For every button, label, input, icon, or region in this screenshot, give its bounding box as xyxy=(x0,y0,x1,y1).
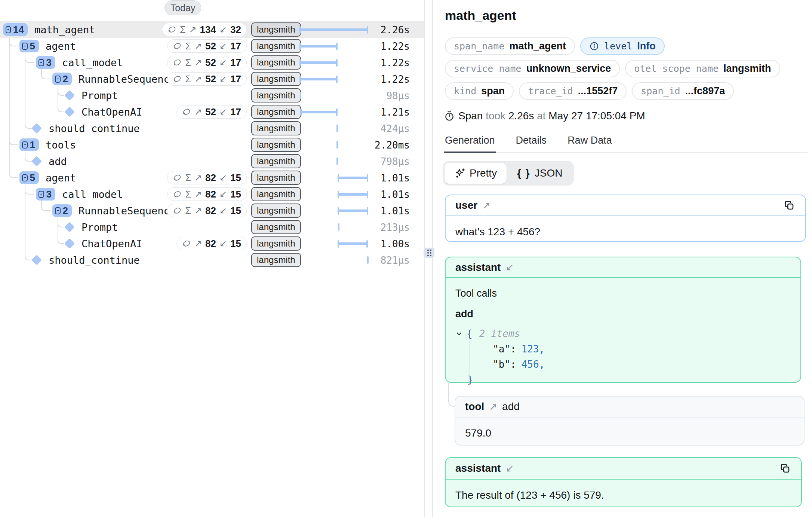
run-diamond-icon xyxy=(64,107,75,117)
run-diamond-icon xyxy=(31,123,42,134)
output-arrow-icon: ↙ xyxy=(219,172,227,183)
pill-value: span xyxy=(481,85,505,97)
output-arrow-icon: ↙ xyxy=(219,74,227,84)
collapse-badge[interactable]: 14 xyxy=(3,23,28,36)
child-count: 1 xyxy=(30,139,35,151)
collapse-badge[interactable]: 5 xyxy=(19,171,39,184)
duration-text: 2.20ms xyxy=(375,140,410,151)
incoming-arrow-icon: ↙ xyxy=(505,463,514,474)
tree-row[interactable]: 3call_modelΣ↗52↙17langsmith1.22s xyxy=(0,54,425,71)
input-tokens: 82 xyxy=(205,189,216,200)
pill-span_name: span_namemath_agent xyxy=(445,37,575,55)
assistant-message-card: assistant ↙ The result of (123 + 456) is… xyxy=(445,457,802,507)
open-brace: { xyxy=(467,328,473,339)
collapse-minus-icon xyxy=(39,59,44,66)
duration-text: 1.00s xyxy=(381,238,410,250)
collapse-badge[interactable]: 3 xyxy=(36,56,55,69)
tree-row[interactable]: Promptlangsmith213µs xyxy=(0,219,425,235)
tree-row[interactable]: should_continuelangsmith821µs xyxy=(0,252,425,268)
collapse-badge[interactable]: 1 xyxy=(19,138,39,151)
tree-row[interactable]: 2RunnableSequenceΣ↗82↙15langsmith1.01s xyxy=(0,202,425,219)
tag-langsmith[interactable]: langsmith xyxy=(251,220,301,234)
sigma-icon: Σ xyxy=(185,172,191,183)
tag-langsmith[interactable]: langsmith xyxy=(251,187,301,201)
assistant-message-card: assistant ↙ Tool calls add { 2 items "a"… xyxy=(445,257,801,383)
tree-row[interactable]: 1toolslangsmith2.20ms xyxy=(0,137,425,153)
token-badge: Σ↗82↙15 xyxy=(167,204,247,217)
tag-langsmith[interactable]: langsmith xyxy=(251,105,301,119)
tag-langsmith[interactable]: langsmith xyxy=(251,138,301,152)
tag-langsmith[interactable]: langsmith xyxy=(251,88,301,103)
collapse-badge[interactable]: 2 xyxy=(52,204,72,217)
collapse-badge[interactable]: 3 xyxy=(36,188,55,201)
sigma-icon: Σ xyxy=(185,57,191,68)
tag-langsmith[interactable]: langsmith xyxy=(251,171,301,185)
chevron-down-icon[interactable] xyxy=(455,330,464,337)
copy-button[interactable] xyxy=(779,462,791,475)
input-tokens: 134 xyxy=(200,24,216,36)
tree-row[interactable]: 5agentΣ↗52↙17langsmith1.22s xyxy=(0,38,425,54)
json-button[interactable]: { } JSON xyxy=(507,163,572,184)
duration-text: 213µs xyxy=(381,222,410,233)
duration-tick xyxy=(300,92,301,99)
duration-text: 1.01s xyxy=(381,189,410,200)
tag-langsmith[interactable]: langsmith xyxy=(251,55,301,70)
tag-langsmith[interactable]: langsmith xyxy=(251,39,301,53)
pill-row-2: service_nameunknown_serviceotel_scope_na… xyxy=(445,60,780,77)
input-arrow-icon: ↗ xyxy=(194,189,202,199)
pill-value: ...1552f7 xyxy=(578,85,618,97)
json-entry-row: "a":123, xyxy=(455,341,791,357)
run-label: call_model xyxy=(62,189,123,200)
tab-details[interactable]: Details xyxy=(515,132,548,153)
tag-langsmith[interactable]: langsmith xyxy=(251,22,301,37)
pill-key: span_id xyxy=(641,86,680,97)
json-entries: "a":123,"b":456, xyxy=(455,341,791,372)
tree-row[interactable]: 5agentΣ↗82↙15langsmith1.01s xyxy=(0,169,425,186)
input-arrow-icon: ↗ xyxy=(194,172,202,183)
input-arrow-icon: ↗ xyxy=(194,74,202,84)
output-arrow-icon: ↙ xyxy=(219,107,227,117)
coin-icon xyxy=(173,74,182,83)
duration-bar xyxy=(338,242,367,245)
tree-row[interactable]: 3call_modelΣ↗82↙15langsmith1.01s xyxy=(0,186,425,202)
message-role: assistant xyxy=(455,261,501,273)
run-label: Prompt xyxy=(81,221,118,233)
pill-kind: kindspan xyxy=(445,82,514,100)
tag-langsmith[interactable]: langsmith xyxy=(251,121,301,135)
tool-calls-label: Tool calls xyxy=(455,288,791,299)
tree-row[interactable]: 14math_agentΣ↗134↙32langsmith2.26s xyxy=(0,21,425,38)
copy-button[interactable] xyxy=(783,199,796,212)
tag-langsmith[interactable]: langsmith xyxy=(251,72,301,86)
tree-row[interactable]: ChatOpenAI↗82↙15langsmith1.00s xyxy=(0,235,425,252)
tag-langsmith[interactable]: langsmith xyxy=(251,236,301,251)
panel-resize-handle[interactable] xyxy=(424,248,435,258)
output-arrow-icon: ↙ xyxy=(219,41,227,51)
sigma-icon: Σ xyxy=(185,41,191,52)
tree-row[interactable]: ChatOpenAI↗52↙17langsmith1.21s xyxy=(0,104,425,120)
run-label: Prompt xyxy=(81,90,118,101)
collapse-badge[interactable]: 5 xyxy=(19,40,39,52)
tree-row[interactable]: 2RunnableSequenceΣ↗52↙17langsmith1.22s xyxy=(0,71,425,87)
tag-langsmith[interactable]: langsmith xyxy=(251,204,301,218)
tree-row[interactable]: should_continuelangsmith424µs xyxy=(0,120,425,137)
output-tokens: 17 xyxy=(230,57,241,68)
sigma-icon: Σ xyxy=(185,205,191,216)
tag-langsmith[interactable]: langsmith xyxy=(251,154,301,168)
tab-generation[interactable]: Generation xyxy=(444,132,496,153)
tree-row[interactable]: addlangsmith798µs xyxy=(0,153,425,169)
run-diamond-icon xyxy=(64,222,75,232)
duration-bar xyxy=(300,45,337,48)
pretty-button[interactable]: Pretty xyxy=(445,163,507,184)
span-took-line: Span took 2.26s at May 27 17:05:04 PM xyxy=(444,110,645,122)
token-badge: Σ↗82↙15 xyxy=(167,171,247,184)
copy-icon xyxy=(784,200,795,211)
tab-raw-data[interactable]: Raw Data xyxy=(567,132,613,153)
collapse-badge[interactable]: 2 xyxy=(52,73,72,85)
input-arrow-icon: ↗ xyxy=(194,41,202,51)
json-value: 456, xyxy=(522,359,545,370)
tool-output: 579.0 xyxy=(455,417,804,449)
outgoing-arrow-icon: ↗ xyxy=(482,200,490,211)
tag-langsmith[interactable]: langsmith xyxy=(251,253,301,267)
tree-row[interactable]: Promptlangsmith98µs xyxy=(0,87,425,104)
duration-text: 2.26s xyxy=(381,24,410,36)
